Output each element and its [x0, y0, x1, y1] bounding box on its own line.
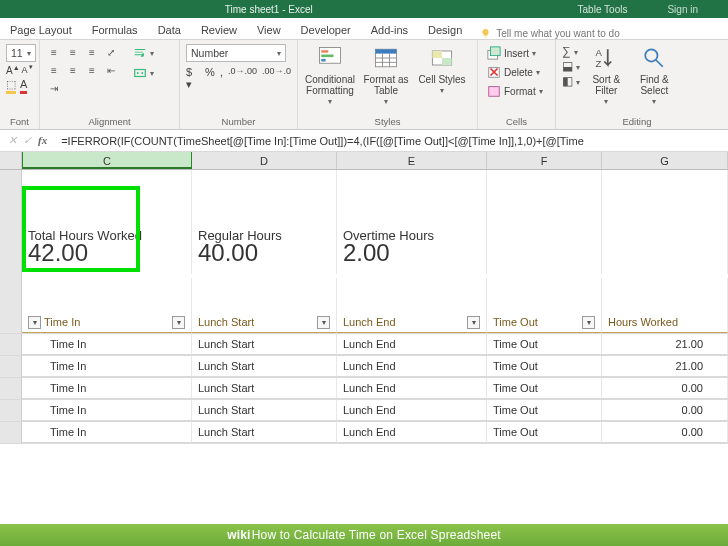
wrap-text-button[interactable]: ▾: [130, 44, 157, 62]
decrease-font-icon[interactable]: A▼: [22, 64, 34, 76]
cell-styles-button[interactable]: Cell Styles▾: [416, 44, 468, 96]
align-center-icon[interactable]: ≡: [65, 62, 81, 78]
increase-decimal-icon[interactable]: .0→.00: [228, 66, 257, 91]
cell-lunch-end[interactable]: Lunch End: [337, 356, 487, 377]
decrease-decimal-icon[interactable]: .00→.0: [262, 66, 291, 91]
cell-time-in[interactable]: Time In: [22, 356, 192, 377]
find-select-button[interactable]: Find & Select▾: [632, 44, 676, 107]
align-top-icon[interactable]: ≡: [46, 44, 62, 60]
row-header[interactable]: [0, 232, 22, 278]
align-right-icon[interactable]: ≡: [84, 62, 100, 78]
cell-lunch-start[interactable]: Lunch Start: [192, 378, 337, 399]
autosum-icon[interactable]: ∑ ▾: [562, 44, 580, 58]
cell-hours-worked[interactable]: 0.00: [602, 422, 728, 443]
tab-addins[interactable]: Add-ins: [361, 21, 418, 39]
cell-time-in[interactable]: Time In: [22, 334, 192, 355]
delete-cells-button[interactable]: Delete ▾: [484, 63, 543, 81]
row-header[interactable]: [0, 278, 22, 312]
row-header[interactable]: [0, 400, 22, 421]
align-left-icon[interactable]: ≡: [46, 62, 62, 78]
cell-lunch-start[interactable]: Lunch Start: [192, 422, 337, 443]
cell-time-out[interactable]: Time Out: [487, 422, 602, 443]
cell-lunch-start[interactable]: Lunch Start: [192, 334, 337, 355]
summary-value-regular[interactable]: 40.00: [192, 232, 337, 274]
filter-icon[interactable]: ▾: [582, 316, 595, 329]
col-header-e[interactable]: E: [337, 152, 487, 169]
cell-hours-worked[interactable]: 0.00: [602, 378, 728, 399]
table-header-lunch-start[interactable]: Lunch Start▾: [192, 312, 337, 333]
merge-center-button[interactable]: ▾: [130, 64, 157, 82]
cancel-formula-icon[interactable]: ✕: [8, 134, 17, 147]
table-row[interactable]: Time InLunch StartLunch EndTime Out21.00: [0, 334, 728, 356]
table-header-lunch-end[interactable]: Lunch End▾: [337, 312, 487, 333]
col-header-c[interactable]: C: [22, 152, 192, 169]
filter-icon[interactable]: ▾: [172, 316, 185, 329]
table-row[interactable]: Time InLunch StartLunch EndTime Out21.00: [0, 356, 728, 378]
col-header-d[interactable]: D: [192, 152, 337, 169]
cell-lunch-end[interactable]: Lunch End: [337, 400, 487, 421]
cell-lunch-end[interactable]: Lunch End: [337, 334, 487, 355]
font-color-icon[interactable]: A: [20, 78, 27, 94]
table-header-time-out[interactable]: Time Out▾: [487, 312, 602, 333]
decrease-indent-icon[interactable]: ⇤: [103, 62, 119, 78]
row-header[interactable]: [0, 188, 22, 232]
comma-format-icon[interactable]: ,: [220, 66, 223, 91]
tab-design[interactable]: Design: [418, 21, 472, 39]
tab-developer[interactable]: Developer: [291, 21, 361, 39]
select-all-corner[interactable]: [0, 152, 22, 169]
cell-lunch-end[interactable]: Lunch End: [337, 422, 487, 443]
cell-time-out[interactable]: Time Out: [487, 356, 602, 377]
table-header-hours-worked[interactable]: Hours Worked: [602, 312, 728, 333]
number-format-combo[interactable]: Number ▾: [186, 44, 286, 62]
format-as-table-button[interactable]: Format as Table▾: [360, 44, 412, 107]
cell-hours-worked[interactable]: 21.00: [602, 356, 728, 377]
filter-icon[interactable]: ▾: [28, 316, 41, 329]
tell-me-search[interactable]: Tell me what you want to do: [472, 28, 728, 39]
cell-hours-worked[interactable]: 0.00: [602, 400, 728, 421]
cell-lunch-start[interactable]: Lunch Start: [192, 356, 337, 377]
table-row[interactable]: Time InLunch StartLunch EndTime Out0.00: [0, 422, 728, 444]
align-middle-icon[interactable]: ≡: [65, 44, 81, 60]
align-bottom-icon[interactable]: ≡: [84, 44, 100, 60]
tab-formulas[interactable]: Formulas: [82, 21, 148, 39]
row-header[interactable]: [0, 334, 22, 355]
fill-color-icon[interactable]: ⬚: [6, 78, 16, 94]
summary-value-overtime[interactable]: 2.00: [337, 232, 487, 274]
row-header[interactable]: [0, 422, 22, 443]
cell-time-out[interactable]: Time Out: [487, 378, 602, 399]
col-header-f[interactable]: F: [487, 152, 602, 169]
font-size-combo[interactable]: 11▾: [6, 44, 36, 62]
cell-time-out[interactable]: Time Out: [487, 334, 602, 355]
row-header[interactable]: [0, 312, 22, 333]
filter-icon[interactable]: ▾: [467, 316, 480, 329]
table-row[interactable]: Time InLunch StartLunch EndTime Out0.00: [0, 400, 728, 422]
table-row[interactable]: Time InLunch StartLunch EndTime Out0.00: [0, 378, 728, 400]
col-header-g[interactable]: G: [602, 152, 728, 169]
tab-data[interactable]: Data: [148, 21, 191, 39]
table-header-time-in[interactable]: ▾ Time In▾: [22, 312, 192, 333]
orientation-icon[interactable]: ⤢: [103, 44, 119, 60]
tab-review[interactable]: Review: [191, 21, 247, 39]
fill-icon[interactable]: ⬓ ▾: [562, 59, 580, 73]
cell-hours-worked[interactable]: 21.00: [602, 334, 728, 355]
formula-input[interactable]: =IFERROR(IF(COUNT(TimeSheet[@[Time In]:[…: [55, 135, 728, 147]
row-header[interactable]: [0, 356, 22, 377]
cell-time-in[interactable]: Time In: [22, 400, 192, 421]
sort-filter-button[interactable]: AZ Sort & Filter▾: [584, 44, 628, 107]
format-cells-button[interactable]: Format ▾: [484, 82, 546, 100]
enter-formula-icon[interactable]: ✓: [23, 134, 32, 147]
percent-format-icon[interactable]: %: [205, 66, 215, 91]
insert-cells-button[interactable]: Insert ▾: [484, 44, 539, 62]
sign-in-label[interactable]: Sign in: [667, 4, 728, 15]
accounting-format-icon[interactable]: $ ▾: [186, 66, 200, 91]
row-header[interactable]: [0, 170, 22, 188]
tab-view[interactable]: View: [247, 21, 291, 39]
worksheet-grid[interactable]: Total Hours Worked Regular Hours Overtim…: [0, 170, 728, 526]
insert-function-icon[interactable]: fx: [38, 134, 47, 147]
conditional-formatting-button[interactable]: Conditional Formatting▾: [304, 44, 356, 107]
increase-font-icon[interactable]: A▲: [6, 64, 20, 76]
row-header[interactable]: [0, 378, 22, 399]
cell-time-in[interactable]: Time In: [22, 422, 192, 443]
filter-icon[interactable]: ▾: [317, 316, 330, 329]
increase-indent-icon[interactable]: ⇥: [46, 80, 62, 96]
